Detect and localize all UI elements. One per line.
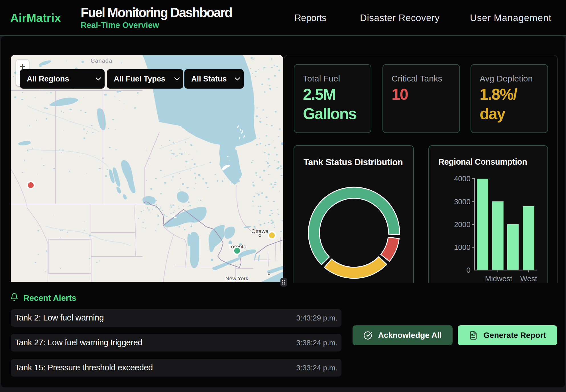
svg-text:4000: 4000 xyxy=(454,174,471,183)
svg-text:Midwest: Midwest xyxy=(485,274,512,283)
svg-text:New York: New York xyxy=(225,275,249,281)
svg-text:Ottawa: Ottawa xyxy=(251,228,269,234)
svg-text:West: West xyxy=(520,274,538,283)
svg-text:3000: 3000 xyxy=(454,197,471,206)
svg-text:2000: 2000 xyxy=(454,220,471,229)
svg-text:1000: 1000 xyxy=(454,243,471,252)
svg-text:0: 0 xyxy=(467,266,471,274)
svg-text:Canada: Canada xyxy=(91,58,112,64)
